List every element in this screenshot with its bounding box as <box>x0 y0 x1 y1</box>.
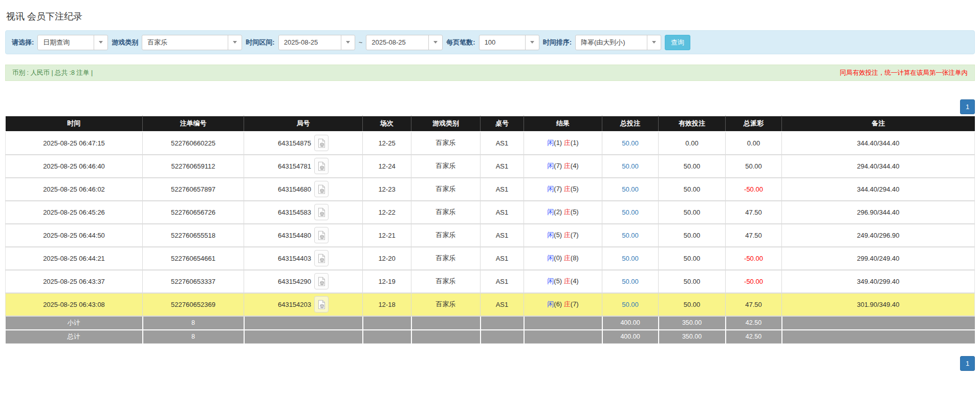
empty-cell <box>524 330 602 344</box>
cell-note: 349.40/299.40 <box>782 270 975 293</box>
page-button-1[interactable]: 1 <box>960 356 975 371</box>
page-size-select[interactable]: 100 <box>479 35 539 50</box>
video-replay-icon[interactable] <box>314 204 329 220</box>
cell-bet-id: 522760653337 <box>143 270 244 293</box>
cell-payout: -50.00 <box>726 178 782 201</box>
total-bet-link[interactable]: 50.00 <box>622 185 639 193</box>
col-header-note: 备注 <box>782 116 975 132</box>
sort-order-select[interactable]: 降幂(由大到小) <box>575 35 661 50</box>
cell-result: 闲(5) 庄(4) <box>524 270 602 293</box>
cell-table-no: AS1 <box>481 132 524 155</box>
table-row: 2025-08-25 06:46:40 522760659112 6431547… <box>6 155 975 178</box>
video-replay-icon[interactable] <box>314 135 329 151</box>
empty-cell <box>481 316 524 330</box>
result-player-label: 闲 <box>547 231 554 239</box>
sort-order-label: 时间排序: <box>543 38 572 47</box>
cell-time: 2025-08-25 06:47:15 <box>6 132 143 155</box>
date-from-select[interactable]: 2025-08-25 <box>278 35 355 50</box>
result-player-score: (5) <box>554 277 562 285</box>
video-replay-icon[interactable] <box>314 273 329 289</box>
result-banker-score: (8) <box>571 254 579 262</box>
cell-total-bet: 50.00 <box>602 247 659 270</box>
empty-cell <box>363 316 411 330</box>
total-bet-link[interactable]: 50.00 <box>622 139 639 147</box>
cell-game-type: 百家乐 <box>411 201 481 224</box>
total-count: 8 <box>143 330 244 344</box>
video-replay-icon[interactable] <box>314 227 329 243</box>
chevron-down-icon <box>525 35 539 50</box>
result-player-score: (2) <box>554 208 562 216</box>
cell-bet-id: 522760657897 <box>143 178 244 201</box>
search-button[interactable]: 查询 <box>665 35 690 50</box>
page-size-value: 100 <box>480 35 525 50</box>
cell-total-bet: 50.00 <box>602 201 659 224</box>
subtotal-count: 8 <box>143 316 244 330</box>
cell-payout: 47.50 <box>726 293 782 316</box>
currency-summary-text: 币别 : 人民币 | 总共 :8 注单 | <box>12 69 93 77</box>
total-label: 总计 <box>6 330 143 344</box>
result-player-score: (7) <box>554 162 562 170</box>
cell-time: 2025-08-25 06:43:08 <box>6 293 143 316</box>
date-to-select[interactable]: 2025-08-25 <box>366 35 443 50</box>
cell-bet-id: 522760652369 <box>143 293 244 316</box>
col-header-bet-id: 注单编号 <box>143 116 244 132</box>
video-replay-icon[interactable] <box>314 158 329 174</box>
cell-note: 296.90/344.40 <box>782 201 975 224</box>
cell-table-no: AS1 <box>481 178 524 201</box>
result-banker-score: (4) <box>571 277 579 285</box>
pagination-top: 1 <box>0 99 980 114</box>
query-mode-select[interactable]: 日期查询 <box>37 35 108 50</box>
cell-note: 294.40/344.40 <box>782 155 975 178</box>
cell-time: 2025-08-25 06:46:02 <box>6 178 143 201</box>
cell-game-type: 百家乐 <box>411 155 481 178</box>
cell-session: 12-18 <box>363 293 411 316</box>
video-replay-icon[interactable] <box>314 250 329 266</box>
cell-round: 643154290 <box>244 270 363 293</box>
empty-cell <box>481 330 524 344</box>
page-button-1[interactable]: 1 <box>960 99 975 114</box>
table-row: 2025-08-25 06:46:02 522760657897 6431546… <box>6 178 975 201</box>
cell-bet-id: 522760655518 <box>143 224 244 247</box>
empty-cell <box>524 316 602 330</box>
result-player-label: 闲 <box>547 208 554 216</box>
cell-session: 12-19 <box>363 270 411 293</box>
total-bet-link[interactable]: 50.00 <box>622 209 639 216</box>
total-bet-link[interactable]: 50.00 <box>622 301 639 308</box>
cell-payout: 50.00 <box>726 155 782 178</box>
video-replay-icon[interactable] <box>314 181 329 197</box>
cell-table-no: AS1 <box>481 224 524 247</box>
table-row: 2025-08-25 06:43:08 522760652369 6431542… <box>6 293 975 316</box>
cell-payout: -50.00 <box>726 270 782 293</box>
result-banker-score: (5) <box>571 185 579 193</box>
result-banker-label: 庄 <box>564 231 571 239</box>
subtotal-payout: 42.50 <box>726 316 782 330</box>
total-bet-link[interactable]: 50.00 <box>622 255 639 262</box>
cell-session: 12-23 <box>363 178 411 201</box>
subtotal-valid-bet: 350.00 <box>659 316 726 330</box>
result-banker-label: 庄 <box>564 277 571 285</box>
game-type-select[interactable]: 百家乐 <box>142 35 242 50</box>
round-number: 643154403 <box>278 255 311 262</box>
total-bet-link[interactable]: 50.00 <box>622 232 639 239</box>
col-header-game-type: 游戏类别 <box>411 116 481 132</box>
total-bet-link[interactable]: 50.00 <box>622 278 639 285</box>
cell-round: 643154680 <box>244 178 363 201</box>
result-player-label: 闲 <box>547 185 554 193</box>
cell-round: 643154480 <box>244 224 363 247</box>
cell-game-type: 百家乐 <box>411 178 481 201</box>
cell-payout: -50.00 <box>726 247 782 270</box>
result-banker-label: 庄 <box>564 139 571 147</box>
round-number: 643154203 <box>278 301 311 308</box>
cell-valid-bet: 50.00 <box>659 270 726 293</box>
total-bet-link[interactable]: 50.00 <box>622 162 639 170</box>
page-size-label: 每页笔数: <box>446 38 475 47</box>
result-banker-label: 庄 <box>564 162 571 170</box>
video-replay-icon[interactable] <box>314 296 329 312</box>
cell-result: 闲(2) 庄(5) <box>524 201 602 224</box>
chevron-down-icon <box>228 35 242 50</box>
warning-text: 同局有效投注，统一计算在该局第一张注单内 <box>840 69 968 77</box>
chevron-down-icon <box>341 35 355 50</box>
cell-valid-bet: 50.00 <box>659 155 726 178</box>
cell-payout: 47.50 <box>726 224 782 247</box>
cell-result: 闲(6) 庄(7) <box>524 293 602 316</box>
